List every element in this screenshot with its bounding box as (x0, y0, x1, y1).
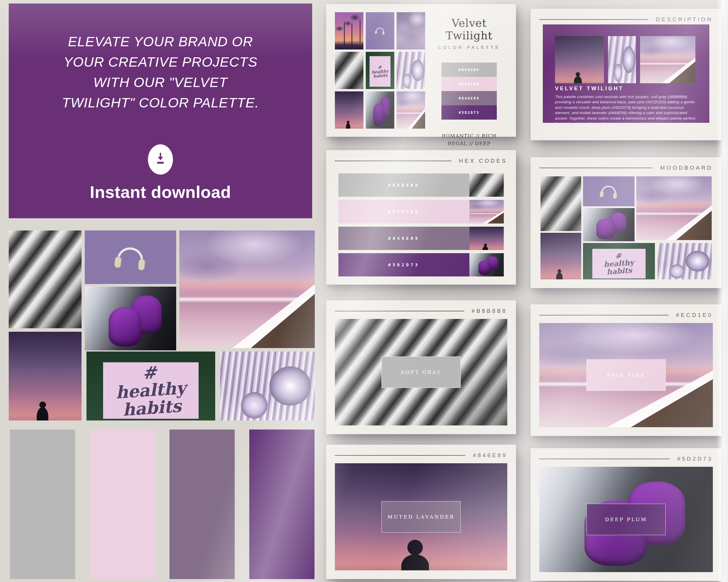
card-header: #5D2D73 (539, 456, 713, 462)
photo-disco-balls (397, 52, 425, 89)
habits-text-line: habits (373, 73, 388, 78)
hex-thumb (469, 253, 504, 276)
color-name-box: MUTED LAVANDER (382, 501, 461, 532)
card-header: #B8B8B8 (335, 308, 507, 314)
promo-banner: ELEVATE YOUR BRAND OR YOUR CREATIVE PROJ… (9, 3, 312, 218)
tagline-line: ROMANTIC // RICH (428, 132, 510, 140)
photo-shoulder-bw (541, 176, 581, 231)
card-muted-lavander: #846E89 MUTED LAVANDER (326, 445, 516, 579)
hex-value: #ECD1E0 (338, 200, 469, 223)
description-body: This palette combines cool neutrals with… (555, 94, 698, 127)
photo-beach-sunset (179, 230, 315, 348)
header-rule (335, 161, 451, 161)
color-swatch-muted-lavander (170, 429, 235, 579)
card-header-label: HEX CODES (459, 158, 507, 164)
description-title: VELVET TWILIGHT (555, 86, 624, 92)
banner-headline: ELEVATE YOUR BRAND OR YOUR CREATIVE PROJ… (62, 31, 259, 113)
headphones-icon (374, 26, 386, 36)
photo-shoulder-bw (9, 230, 81, 328)
photo-car-interior (85, 287, 176, 350)
hex-bar-muted-lavander: #846E89 (338, 227, 504, 250)
photo-headphones (85, 230, 176, 284)
color-name-box: DEEP PLUM (587, 504, 666, 535)
banner-headline-line: WITH OUR "VELVET (62, 72, 259, 92)
hex-thumb (469, 173, 504, 197)
card-pale-pink: #ECD1E0 PALE PINK (530, 304, 722, 436)
photo-headphones (583, 176, 634, 206)
card-header-label: MOODBOARD (660, 165, 713, 171)
photo-disco-balls (657, 243, 712, 279)
hex-bars: #B8B8B8 #ECD1E0 #846E89 #5D2D73 (338, 173, 504, 276)
card-header-label: #5D2D73 (677, 456, 713, 462)
habits-text-line: habits (606, 266, 632, 276)
card-header: HEX CODES (335, 158, 507, 164)
photo-beach-sunset: PALE PINK (539, 323, 713, 427)
banner-headline-line: ELEVATE YOUR BRAND OR (62, 31, 259, 52)
card-description: DESCRIPTION VELVET TWILIGHT This palette… (530, 9, 722, 140)
photo-car-interior: DEEP PLUM (539, 467, 713, 572)
color-swatch-deep-plum (249, 429, 314, 579)
headphones-icon (111, 241, 150, 274)
hex-thumb (469, 200, 504, 223)
photo-silhouette: MUTED LAVANDER (335, 463, 507, 570)
hex-value: #846E89 (338, 227, 469, 250)
photo-beach-sunset (640, 36, 695, 83)
color-name-box: PALE PINK (587, 359, 666, 391)
photo-disco-balls (608, 36, 636, 83)
photo-beach-sunset (397, 91, 425, 129)
habits-text-line: habits (122, 396, 182, 420)
photo-palms-sunset (335, 12, 363, 50)
healthy-habits-poster: # healthy habits (369, 56, 391, 87)
header-rule (539, 315, 669, 315)
palette-swatch-stack: #B8B8B8 #ECD1E0 #846E89 #5D2D73 (441, 62, 497, 119)
photo-silhouette (335, 91, 363, 129)
photo-beach-sunset (469, 200, 504, 223)
card-header-label: #ECD1E0 (676, 312, 713, 318)
header-rule (539, 168, 653, 168)
card-hex-codes: HEX CODES #B8B8B8 #ECD1E0 #846E89 #5D2D7… (326, 150, 516, 285)
hex-value: #B8B8B8 (338, 173, 469, 197)
hex-bar-deep-plum: #5D2D73 (338, 253, 504, 276)
card-header: DESCRIPTION (539, 16, 713, 23)
palette-title: Velvet Twilight (428, 17, 510, 42)
swatch-row-muted-lavander: #846E89 (441, 91, 497, 105)
color-swatch-soft-gray (10, 429, 75, 579)
photo-healthy-habits: # healthy habits (366, 52, 394, 89)
instant-download-label: Instant download (90, 182, 231, 202)
card-header: #ECD1E0 (539, 312, 713, 318)
hex-thumb (469, 227, 504, 250)
headphones-icon (598, 182, 620, 201)
healthy-habits-poster: # healthy habits (592, 249, 646, 279)
photo-purple-clouds (397, 12, 425, 50)
palette-tagline: ROMANTIC // RICH REGAL // DEEP (428, 132, 510, 147)
card-soft-gray: #B8B8B8 SOFT GRAY (326, 300, 516, 434)
photo-shoulder-bw (469, 173, 504, 197)
card-palette-overview: # healthy habits Velvet Twilight COLOR P… (326, 4, 516, 137)
header-rule (539, 459, 670, 459)
photo-silhouette (9, 332, 81, 420)
photo-silhouette (469, 227, 504, 250)
header-rule (335, 455, 465, 456)
photo-shoulder-bw (335, 52, 363, 89)
card-deep-plum: #5D2D73 DEEP PLUM (530, 448, 722, 581)
swatch-row-soft-gray: #B8B8B8 (441, 62, 497, 77)
color-swatch-pale-pink (90, 429, 155, 579)
card-header-label: DESCRIPTION (656, 16, 713, 23)
healthy-habits-poster: # healthy habits (103, 362, 198, 419)
palette-subtitle: COLOR PALETTE (428, 45, 510, 50)
photo-headphones (366, 12, 394, 50)
header-rule (539, 19, 648, 20)
moodboard-collage: # healthy habits (541, 176, 712, 280)
swatch-row-pale-pink: #ECD1E0 (441, 77, 497, 91)
product-preview-page: ELEVATE YOUR BRAND OR YOUR CREATIVE PROJ… (0, 0, 728, 582)
hex-value: #5D2D73 (338, 253, 469, 276)
color-name-box: SOFT GRAY (382, 357, 461, 388)
card-header: MOODBOARD (539, 165, 713, 171)
photo-car-interior (583, 208, 634, 241)
card-header-label: #846E89 (473, 452, 507, 459)
photo-silhouette (541, 233, 581, 279)
card-moodboard: MOODBOARD # healthy habits (530, 157, 722, 288)
card-header: #846E89 (335, 452, 507, 459)
hex-bar-pale-pink: #ECD1E0 (338, 200, 504, 223)
photo-beach-sunset (636, 176, 712, 240)
